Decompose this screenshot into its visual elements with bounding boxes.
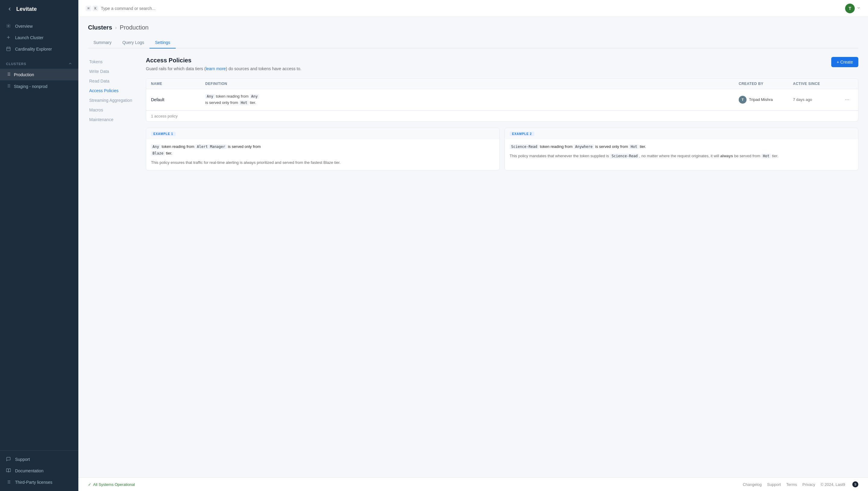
sidebar-item-documentation-label: Documentation xyxy=(15,468,44,473)
policy-definition: Any token reading from Any is served onl… xyxy=(205,93,739,106)
topbar-right: T xyxy=(845,4,861,13)
ex2-hot-tag: Hot xyxy=(761,154,771,158)
list-icon xyxy=(6,480,11,485)
ex2-text-2: is served only from xyxy=(595,144,629,149)
settings-nav-tokens[interactable]: Tokens xyxy=(88,57,136,66)
clusters-collapse-icon[interactable] xyxy=(68,61,72,66)
status-indicator: ✓ All Systems Operational xyxy=(88,482,135,487)
section-description: Guard rails for which data tiers (learn … xyxy=(146,66,301,71)
privacy-link[interactable]: Privacy xyxy=(802,482,815,487)
sidebar-item-launch-label: Launch Cluster xyxy=(15,35,44,40)
settings-nav-macros[interactable]: Macros xyxy=(88,105,136,115)
desc-text-1: Guard rails for which data tiers ( xyxy=(146,66,205,71)
policy-table: Name Definition Created By Active Since … xyxy=(146,78,858,122)
col-actions xyxy=(841,82,853,86)
cmd-key1: ⌘ xyxy=(86,6,91,11)
svg-rect-3 xyxy=(7,47,10,51)
example-1-desc: This policy ensures that traffic for rea… xyxy=(151,160,495,166)
settings-nav-streaming[interactable]: Streaming Aggregation xyxy=(88,95,136,105)
ex2-inline-code: Science-Read xyxy=(610,154,639,158)
ex2-code-1: Science-Read xyxy=(510,144,539,149)
breadcrumb-current: Production xyxy=(120,24,148,31)
plus-icon xyxy=(6,35,11,40)
ex1-code-2: Alert Manager xyxy=(195,144,227,149)
settings-nav-maintenance[interactable]: Maintenance xyxy=(88,115,136,124)
sidebar-item-cardinality-label: Cardinality Explorer xyxy=(15,47,52,52)
table-row: Default Any token reading from Any is se… xyxy=(146,89,858,111)
ex1-code-1: Any xyxy=(151,144,161,149)
settings-nav-read-data[interactable]: Read Data xyxy=(88,76,136,86)
tab-settings[interactable]: Settings xyxy=(149,37,176,49)
create-button[interactable]: + Create xyxy=(831,57,858,67)
example-1-badge: EXAMPLE 1 xyxy=(151,132,176,136)
app-name: Levitate xyxy=(16,6,37,12)
content: Clusters › Production Summary Query Logs… xyxy=(78,17,868,478)
examples-row: EXAMPLE 1 Any token reading from Alert M… xyxy=(146,128,858,171)
back-icon[interactable] xyxy=(6,5,13,13)
sidebar-item-overview-label: Overview xyxy=(15,24,32,29)
table-header: Name Definition Created By Active Since xyxy=(146,79,858,89)
sidebar-item-launch[interactable]: Launch Cluster xyxy=(0,32,78,44)
sidebar-item-documentation[interactable]: Documentation xyxy=(0,465,78,476)
clusters-section-header: CLUSTERS xyxy=(0,57,78,69)
ex1-code-3: Blaze xyxy=(151,151,165,156)
learn-more-link[interactable]: learn more xyxy=(205,66,226,71)
sidebar-item-licenses-label: Third-Party licenses xyxy=(15,480,52,485)
user-avatar[interactable]: T xyxy=(845,4,855,13)
more-options-button[interactable]: ··· xyxy=(844,96,850,103)
col-active-since: Active Since xyxy=(793,82,841,86)
example-2-desc: This policy mandates that whenever the t… xyxy=(510,153,853,160)
user-menu-chevron[interactable] xyxy=(857,6,861,11)
sidebar: Levitate Overview Launch Cluster Cardina… xyxy=(0,0,78,491)
sidebar-item-cardinality[interactable]: Cardinality Explorer xyxy=(0,44,78,55)
access-policy-count: 1 access policy xyxy=(146,111,858,121)
tab-summary[interactable]: Summary xyxy=(88,37,117,49)
ex1-text-1: token reading from xyxy=(162,144,195,149)
policy-name: Default xyxy=(151,97,205,102)
tabs: Summary Query Logs Settings xyxy=(88,37,858,49)
settings-nav-write-data[interactable]: Write Data xyxy=(88,66,136,76)
terms-link[interactable]: Terms xyxy=(786,482,797,487)
section-header: Access Policies Guard rails for which da… xyxy=(146,57,858,77)
sidebar-item-licenses[interactable]: Third-Party licenses xyxy=(0,476,78,488)
ex2-text-3: tier. xyxy=(640,144,646,149)
changelog-link[interactable]: Changelog xyxy=(743,482,762,487)
def-any-tag: Any xyxy=(205,94,215,99)
clusters-section-title: CLUSTERS xyxy=(6,62,26,66)
status-text: All Systems Operational xyxy=(93,482,135,487)
example-2-expr: Science-Read token reading from Anywhere… xyxy=(510,143,853,150)
topbar: ⌘ K T xyxy=(78,0,868,17)
sidebar-item-staging-label: Staging - nonprod xyxy=(14,84,47,89)
tab-query-logs[interactable]: Query Logs xyxy=(117,37,149,49)
def-text-3: tier. xyxy=(250,100,256,105)
support-link[interactable]: Support xyxy=(767,482,781,487)
col-created-by: Created By xyxy=(739,82,793,86)
cluster-icon-staging xyxy=(6,83,11,89)
col-definition: Definition xyxy=(205,82,739,86)
sidebar-bottom: Support Documentation Third-Party licens… xyxy=(0,450,78,491)
settings-nav: Tokens Write Data Read Data Access Polic… xyxy=(88,57,136,171)
example-1-expr: Any token reading from Alert Manager is … xyxy=(151,143,495,156)
policy-actions: ··· xyxy=(841,96,853,103)
sidebar-item-production[interactable]: Production xyxy=(0,69,78,80)
section-title: Access Policies xyxy=(146,57,301,64)
settings-nav-access-policies[interactable]: Access Policies xyxy=(88,86,136,95)
ex2-text-1: token reading from xyxy=(540,144,573,149)
cluster-icon-production xyxy=(6,72,11,78)
sidebar-item-production-label: Production xyxy=(14,72,34,77)
example-2-header: EXAMPLE 2 xyxy=(505,128,858,139)
breadcrumb-separator: › xyxy=(115,25,117,30)
sidebar-item-support[interactable]: Support xyxy=(0,454,78,465)
def-text-1: token reading from xyxy=(216,94,248,98)
cmd-hint: ⌘ K xyxy=(86,6,98,11)
example-card-1: EXAMPLE 1 Any token reading from Alert M… xyxy=(146,128,500,171)
policy-since: 7 days ago xyxy=(793,97,841,102)
sidebar-nav: Overview Launch Cluster Cardinality Expl… xyxy=(0,18,78,57)
sidebar-item-support-label: Support xyxy=(15,457,30,462)
search-input[interactable] xyxy=(101,6,843,11)
settings-layout: Tokens Write Data Read Data Access Polic… xyxy=(88,57,858,171)
ex2-code-3: Hot xyxy=(629,144,639,149)
sidebar-item-overview[interactable]: Overview xyxy=(0,21,78,32)
sidebar-item-staging[interactable]: Staging - nonprod xyxy=(0,80,78,92)
breadcrumb-clusters[interactable]: Clusters xyxy=(88,24,112,31)
